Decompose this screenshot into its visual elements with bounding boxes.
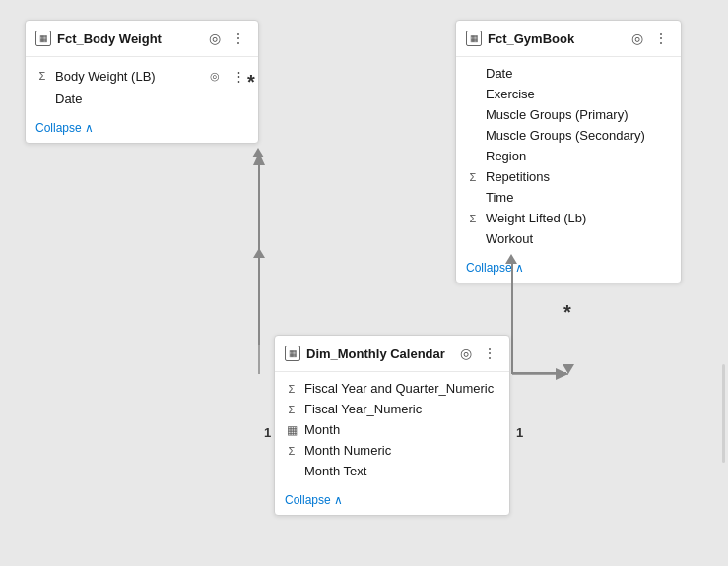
spacer-icon-date-bw <box>35 93 49 106</box>
field-name-region: Region <box>486 149 526 163</box>
field-row-repetitions: Σ Repetitions <box>466 166 671 187</box>
hline-dim-gb <box>511 372 566 374</box>
field-row-fiscal-year-quarter: Σ Fiscal Year and Quarter_Numeric <box>285 378 499 399</box>
sigma-icon-fyq: Σ <box>285 382 298 396</box>
field-row-month-numeric: Σ Month Numeric <box>285 440 499 461</box>
field-name-workout: Workout <box>486 231 533 246</box>
field-name-month: Month <box>304 422 340 437</box>
dim-monthly-calendar-header: ▦ Dim_Monthly Calendar ◎ ⋮ <box>275 336 509 372</box>
table-icon-gb: ▦ <box>466 31 482 46</box>
dim-monthly-calendar-body: Σ Fiscal Year and Quarter_Numeric Σ Fisc… <box>275 372 509 487</box>
spacer-icon-region <box>466 150 480 163</box>
field-name-date-gb: Date <box>486 66 512 81</box>
field-name-weight-lifted: Weight Lifted (Lb) <box>486 211 586 225</box>
menu-button-bw[interactable]: ⋮ <box>229 29 248 48</box>
field-row-date-gb: Date <box>466 63 671 84</box>
field-name-exercise: Exercise <box>486 87 535 101</box>
asterisk-marker-gb: * <box>563 301 571 324</box>
spacer-icon-workout <box>466 232 480 246</box>
field-row-region: Region <box>466 146 671 166</box>
field-name-fiscal-year-quarter: Fiscal Year and Quarter_Numeric <box>304 381 494 396</box>
scrollbar-dim[interactable] <box>722 364 725 463</box>
asterisk-marker-bw: * <box>247 71 255 94</box>
field-row-weight-lifted: Σ Weight Lifted (Lb) <box>466 208 671 228</box>
num-marker-1-left: 1 <box>264 425 271 440</box>
field-name-body-weight-lb: Body Weight (LB) <box>55 69 156 84</box>
table-icon-dmc: ▦ <box>285 346 300 361</box>
arrow-up-gb <box>505 254 517 264</box>
collapse-bw[interactable]: Collapse ∧ <box>26 115 258 143</box>
arrow-top-bw <box>252 148 264 157</box>
num-marker-1-right: 1 <box>516 425 523 440</box>
field-row-fiscal-year-numeric: Σ Fiscal Year_Numeric <box>285 399 499 419</box>
field-name-date-bw: Date <box>55 92 82 106</box>
eye-field-bw[interactable]: ◎ <box>205 66 225 86</box>
field-name-muscle-secondary: Muscle Groups (Secondary) <box>486 128 645 143</box>
eye-button-dmc[interactable]: ◎ <box>456 344 476 363</box>
sigma-icon-mn: Σ <box>285 444 298 458</box>
dim-monthly-calendar-card: ▦ Dim_Monthly Calendar ◎ ⋮ Σ Fiscal Year… <box>274 335 510 516</box>
menu-button-dmc[interactable]: ⋮ <box>480 344 499 363</box>
field-name-month-text: Month Text <box>304 464 366 478</box>
fct-gymbook-title: Fct_GymBook <box>488 31 622 46</box>
collapse-dmc[interactable]: Collapse ∧ <box>275 487 509 515</box>
sigma-icon-bw: Σ <box>35 69 49 83</box>
field-name-month-numeric: Month Numeric <box>304 443 391 458</box>
calendar-icon-month: ▦ <box>285 423 298 437</box>
fct-body-weight-card: ▦ Fct_Body Weight ◎ ⋮ Σ Body Weight (LB)… <box>25 20 259 144</box>
field-name-muscle-primary: Muscle Groups (Primary) <box>486 107 628 122</box>
sigma-icon-rep: Σ <box>466 170 480 184</box>
spacer-icon-time <box>466 191 480 205</box>
field-row-month: ▦ Month <box>285 419 499 440</box>
fct-body-weight-body: Σ Body Weight (LB) ◎ ⋮ Date <box>26 57 258 115</box>
field-row-muscle-primary: Muscle Groups (Primary) <box>466 104 671 125</box>
fct-body-weight-header: ▦ Fct_Body Weight ◎ ⋮ <box>26 21 258 57</box>
field-row-body-weight-lb: Σ Body Weight (LB) ◎ ⋮ <box>35 63 248 89</box>
vline-bw <box>258 152 260 258</box>
field-row-muscle-secondary: Muscle Groups (Secondary) <box>466 125 671 146</box>
sigma-icon-fyn: Σ <box>285 403 298 416</box>
fct-body-weight-title: Fct_Body Weight <box>57 31 199 46</box>
eye-button-bw[interactable]: ◎ <box>205 29 225 48</box>
field-row-month-text: Month Text <box>285 461 499 481</box>
fct-gymbook-body: Date Exercise Muscle Groups (Primary) Mu… <box>456 57 681 255</box>
spacer-icon-mt <box>285 465 298 478</box>
field-row-time: Time <box>466 187 671 208</box>
eye-button-gb[interactable]: ◎ <box>628 29 647 48</box>
collapse-arrow-bw: ∧ <box>85 121 94 135</box>
field-row-exercise: Exercise <box>466 84 671 104</box>
spacer-icon-date-gb <box>466 67 480 81</box>
spacer-icon-mp <box>466 108 480 122</box>
field-name-fiscal-year-numeric: Fiscal Year_Numeric <box>304 402 422 416</box>
canvas: ▦ Fct_Body Weight ◎ ⋮ Σ Body Weight (LB)… <box>0 0 728 566</box>
collapse-gb[interactable]: Collapse ∧ <box>456 255 681 283</box>
fct-gymbook-card: ▦ Fct_GymBook ◎ ⋮ Date Exercise Muscle G… <box>455 20 682 283</box>
spacer-icon-exercise <box>466 88 480 101</box>
field-row-date-bw: Date <box>35 89 248 109</box>
table-icon: ▦ <box>35 31 51 46</box>
sigma-icon-wl: Σ <box>466 212 480 225</box>
menu-field-bw[interactable]: ⋮ <box>229 66 248 86</box>
fct-gymbook-header: ▦ Fct_GymBook ◎ ⋮ <box>456 21 681 57</box>
field-name-repetitions: Repetitions <box>486 169 550 184</box>
vline-gb-down <box>511 258 513 374</box>
dim-monthly-calendar-title: Dim_Monthly Calendar <box>306 346 450 361</box>
menu-button-gb[interactable]: ⋮ <box>651 29 671 48</box>
vline-dim-up <box>258 258 260 345</box>
field-name-time: Time <box>486 190 513 205</box>
field-row-workout: Workout <box>466 228 671 249</box>
spacer-icon-ms <box>466 129 480 143</box>
collapse-arrow-dmc: ∧ <box>334 493 343 507</box>
